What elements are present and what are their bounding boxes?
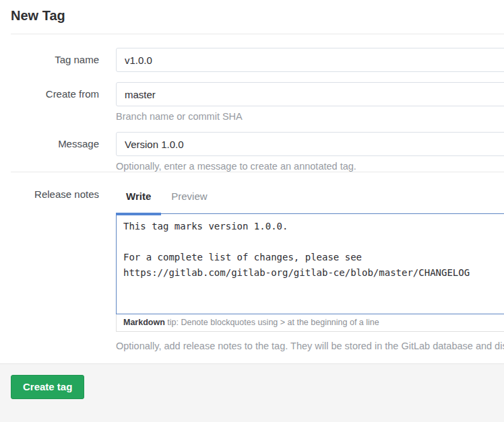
release-notes-textarea[interactable]: This tag marks version 1.0.0. For a comp…	[116, 213, 504, 314]
message-row: Message Optionally, enter a message to c…	[11, 132, 504, 172]
message-label: Message	[11, 132, 99, 172]
create-from-input[interactable]	[116, 82, 504, 106]
tag-name-label: Tag name	[11, 48, 99, 72]
tab-preview[interactable]: Preview	[161, 182, 217, 215]
new-tag-page: New Tag Tag name Create from Branch name…	[0, 0, 504, 422]
message-field-col: Optionally, enter a message to create an…	[116, 132, 504, 172]
tag-name-row: Tag name	[11, 48, 504, 72]
tag-name-field-col	[116, 48, 504, 72]
markdown-toolbar: Markdown tip: Denote blockquotes using >…	[116, 314, 504, 332]
new-tag-form: Tag name Create from Branch name or comm…	[0, 34, 504, 422]
release-notes-help: Optionally, add release notes to the tag…	[116, 341, 504, 351]
form-actions: Create tag	[0, 363, 504, 422]
release-notes-row: Release notes Write Preview This tag mar…	[11, 182, 504, 351]
message-input[interactable]	[116, 132, 504, 156]
create-from-row: Create from Branch name or commit SHA	[11, 82, 504, 122]
markdown-link[interactable]: Markdown	[123, 318, 165, 327]
markdown-tip-text: tip: Denote blockquotes using > at the b…	[165, 318, 379, 327]
release-notes-label: Release notes	[11, 182, 99, 351]
release-notes-field-col: Write Preview This tag marks version 1.0…	[116, 182, 504, 351]
section-divider	[11, 172, 504, 172]
tab-write[interactable]: Write	[116, 182, 161, 215]
create-from-label: Create from	[11, 82, 99, 122]
create-from-field-col: Branch name or commit SHA	[116, 82, 504, 122]
tag-name-input[interactable]	[116, 48, 504, 72]
page-title: New Tag	[11, 8, 504, 24]
create-from-help: Branch name or commit SHA	[116, 111, 504, 122]
page-canvas: New Tag Tag name Create from Branch name…	[0, 8, 504, 422]
markdown-tabs: Write Preview	[116, 182, 504, 213]
create-tag-button[interactable]: Create tag	[11, 375, 84, 399]
message-help: Optionally, enter a message to create an…	[116, 161, 504, 172]
